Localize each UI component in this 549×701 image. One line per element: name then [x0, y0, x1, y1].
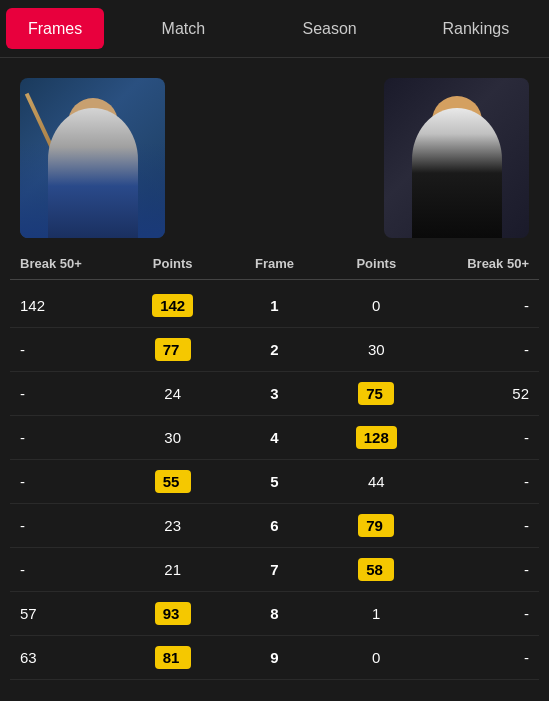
- tab-season-label: Season: [302, 20, 356, 38]
- frame-7: 7: [224, 561, 326, 578]
- frame-2: 2: [224, 341, 326, 358]
- frame-8: 8: [224, 605, 326, 622]
- tab-rankings-label: Rankings: [443, 20, 510, 38]
- break-right-6: -: [427, 517, 529, 534]
- points-right-9: 0: [325, 649, 427, 666]
- break-right-2: -: [427, 341, 529, 358]
- break-left-8: 57: [20, 605, 122, 622]
- break-right-5: -: [427, 473, 529, 490]
- break-right-8: -: [427, 605, 529, 622]
- player-left-body: [48, 108, 138, 238]
- frame-4: 4: [224, 429, 326, 446]
- break-left-9: 63: [20, 649, 122, 666]
- tab-frames[interactable]: Frames: [6, 8, 104, 49]
- header-points-left: Points: [122, 256, 224, 271]
- frame-6: 6: [224, 517, 326, 534]
- stats-table: Break 50+ Points Frame Points Break 50+ …: [0, 248, 549, 680]
- tab-match[interactable]: Match: [110, 0, 256, 57]
- points-right-4: 128: [325, 426, 427, 449]
- break-left-7: -: [20, 561, 122, 578]
- points-right-5: 44: [325, 473, 427, 490]
- table-row: 57 93 8 1 -: [10, 592, 539, 636]
- points-right-8: 1: [325, 605, 427, 622]
- points-right-7: 58: [325, 558, 427, 581]
- points-left-9: 81: [122, 646, 224, 669]
- table-row: - 24 3 75 52: [10, 372, 539, 416]
- break-right-4: -: [427, 429, 529, 446]
- points-right-2: 30: [325, 341, 427, 358]
- points-left-7: 21: [122, 561, 224, 578]
- tab-match-label: Match: [162, 20, 206, 38]
- break-right-3: 52: [427, 385, 529, 402]
- frame-1: 1: [224, 297, 326, 314]
- tab-rankings[interactable]: Rankings: [403, 0, 549, 57]
- break-left-5: -: [20, 473, 122, 490]
- break-left-1: 142: [20, 297, 122, 314]
- header-frame: Frame: [224, 256, 326, 271]
- points-left-3: 24: [122, 385, 224, 402]
- break-left-6: -: [20, 517, 122, 534]
- break-left-4: -: [20, 429, 122, 446]
- points-right-3: 75: [325, 382, 427, 405]
- points-left-8: 93: [122, 602, 224, 625]
- table-row: - 23 6 79 -: [10, 504, 539, 548]
- table-row: - 55 5 44 -: [10, 460, 539, 504]
- player-right-avatar: [384, 78, 529, 238]
- break-right-7: -: [427, 561, 529, 578]
- break-left-3: -: [20, 385, 122, 402]
- points-right-1: 0: [325, 297, 427, 314]
- header-break-right: Break 50+: [427, 256, 529, 271]
- tab-season[interactable]: Season: [256, 0, 402, 57]
- points-left-2: 77: [122, 338, 224, 361]
- table-row: - 30 4 128 -: [10, 416, 539, 460]
- header-break-left: Break 50+: [20, 256, 122, 271]
- points-right-6: 79: [325, 514, 427, 537]
- table-row: - 77 2 30 -: [10, 328, 539, 372]
- break-left-2: -: [20, 341, 122, 358]
- break-right-1: -: [427, 297, 529, 314]
- table-row: - 21 7 58 -: [10, 548, 539, 592]
- frame-5: 5: [224, 473, 326, 490]
- points-left-6: 23: [122, 517, 224, 534]
- points-left-1: 142: [122, 294, 224, 317]
- table-row: 142 142 1 0 -: [10, 284, 539, 328]
- frame-3: 3: [224, 385, 326, 402]
- player-left-avatar: [20, 78, 165, 238]
- frame-9: 9: [224, 649, 326, 666]
- table-header: Break 50+ Points Frame Points Break 50+: [10, 248, 539, 280]
- points-left-4: 30: [122, 429, 224, 446]
- player-right-body: [412, 108, 502, 238]
- points-left-5: 55: [122, 470, 224, 493]
- header-points-right: Points: [325, 256, 427, 271]
- nav-tabs: Frames Match Season Rankings: [0, 0, 549, 58]
- tab-frames-label: Frames: [28, 20, 82, 38]
- players-section: [0, 58, 549, 248]
- break-right-9: -: [427, 649, 529, 666]
- table-row: 63 81 9 0 -: [10, 636, 539, 680]
